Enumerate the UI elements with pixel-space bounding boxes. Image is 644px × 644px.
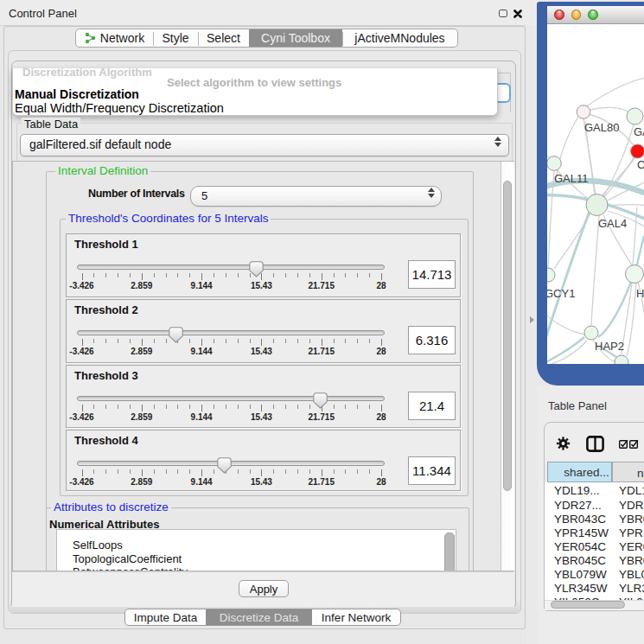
svg-text:GAL4: GAL4 [598, 217, 627, 230]
svg-text:GCY1: GCY1 [547, 287, 575, 300]
svg-text:GAL11: GAL11 [554, 172, 589, 185]
svg-text:HAP2: HAP2 [595, 340, 624, 353]
svg-text:GAL80: GAL80 [584, 121, 619, 134]
svg-text:C: C [637, 158, 644, 171]
svg-text:GA: GA [634, 125, 644, 138]
svg-text:H: H [636, 287, 644, 300]
